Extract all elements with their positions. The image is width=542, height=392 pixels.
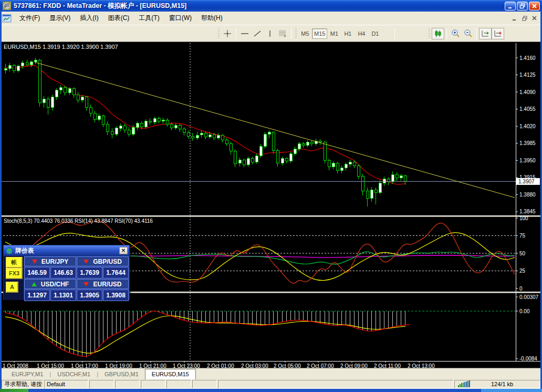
chart-window-icon xyxy=(2,14,12,23)
quote-close-icon[interactable]: ✕ xyxy=(119,247,128,254)
svg-text:1.3845: 1.3845 xyxy=(519,209,536,214)
menu-window[interactable]: 窗口(W) xyxy=(164,12,196,25)
system-tray-fragment xyxy=(481,389,542,392)
title-bar: 5737861: FXDD - MetaTrader - 模拟帐户 - [EUR… xyxy=(0,0,542,12)
quote-grid: EUR/JPY GBP/USD 146.59 146.63 1.7639 1.7… xyxy=(24,256,129,300)
svg-text:2 Oct 13:00: 2 Oct 13:00 xyxy=(408,363,435,368)
timeframe-m1-button[interactable]: M1 xyxy=(327,28,341,39)
trendline-icon[interactable] xyxy=(251,28,264,39)
candlestick-chart-icon[interactable] xyxy=(432,28,444,39)
zoom-in-icon[interactable] xyxy=(449,28,462,39)
connection-signal-icon xyxy=(458,381,470,387)
price-chart[interactable]: 1.41601.41251.40901.40551.40201.39851.39… xyxy=(1,42,541,368)
taskbar-sliver[interactable] xyxy=(0,389,542,392)
pair-header-gbpusd[interactable]: GBP/USD xyxy=(77,256,129,266)
side-button-account[interactable]: 帐 xyxy=(6,257,23,268)
tab-eurjpy-m1[interactable]: EURJPY,M1 xyxy=(5,369,49,379)
pair-name: USD/CHF xyxy=(41,281,69,288)
timeframe-d1-button[interactable]: D1 xyxy=(368,28,382,39)
bid-price: 1.3905 xyxy=(77,290,102,301)
tab-gbpusd-m1[interactable]: GBPUSD,M1 xyxy=(98,369,145,379)
svg-text:F: F xyxy=(284,35,286,38)
bid-price: 1.1297 xyxy=(24,290,50,301)
ask-price: 146.63 xyxy=(50,267,76,278)
svg-text:1.3907: 1.3907 xyxy=(518,179,535,184)
quote-board-window[interactable]: 牌价表 ✕ 帐 FX3 A EUR/JPY GBP/USD 146.59 146… xyxy=(3,245,130,300)
menu-tools[interactable]: 工具(T) xyxy=(134,12,164,25)
menu-insert[interactable]: 插入(I) xyxy=(75,12,103,25)
timeframe-h4-button[interactable]: H4 xyxy=(355,28,368,39)
svg-text:50: 50 xyxy=(519,251,526,256)
chart-autoscroll-icon[interactable] xyxy=(492,28,504,39)
restore-button[interactable] xyxy=(517,2,528,11)
tab-usdchf-m1[interactable]: USDCHF,M1 xyxy=(51,369,97,379)
pair-prices-usdchf: 1.1297 1.1301 xyxy=(24,290,76,301)
menu-file[interactable]: 文件(F) xyxy=(15,12,45,25)
status-empty-cell xyxy=(218,380,453,388)
minimize-button[interactable] xyxy=(505,2,516,11)
menu-bar: 文件(F) 显示(V) 插入(I) 图表(C) 工具(T) 窗口(W) 帮助(H… xyxy=(0,12,542,25)
chart-area[interactable]: 1.41601.41251.40901.40551.40201.39851.39… xyxy=(1,42,541,368)
chart-shift-icon[interactable] xyxy=(479,28,492,39)
svg-text:0.00307: 0.00307 xyxy=(519,294,539,300)
svg-text:1.4090: 1.4090 xyxy=(519,89,536,95)
vertical-line-icon[interactable] xyxy=(264,28,276,39)
svg-text:25: 25 xyxy=(519,268,526,274)
quote-board-titlebar[interactable]: 牌价表 ✕ xyxy=(4,245,129,256)
status-empty-cell xyxy=(166,380,191,388)
bid-price: 1.7639 xyxy=(77,267,102,278)
status-profile[interactable]: Default xyxy=(44,380,88,388)
svg-text:0.00: 0.00 xyxy=(519,308,530,314)
menu-charts[interactable]: 图表(C) xyxy=(103,12,134,25)
quote-side-buttons: 帐 FX3 A xyxy=(4,256,24,300)
svg-text:1 Oct 15:00: 1 Oct 15:00 xyxy=(37,363,64,368)
svg-text:-0.0084: -0.0084 xyxy=(519,356,537,362)
svg-text:1 Oct 19:00: 1 Oct 19:00 xyxy=(105,363,132,368)
svg-text:1.4020: 1.4020 xyxy=(519,123,536,129)
toolbar-grip[interactable] xyxy=(429,28,430,39)
status-empty-cell xyxy=(115,380,140,388)
svg-text:1.3950: 1.3950 xyxy=(519,158,536,163)
start-button-fragment[interactable] xyxy=(0,389,28,392)
side-button-a[interactable]: A xyxy=(6,282,18,293)
status-empty-cell xyxy=(89,380,114,388)
mdi-close-button[interactable] xyxy=(530,14,539,22)
svg-text:1.4160: 1.4160 xyxy=(519,55,536,61)
close-button[interactable] xyxy=(529,2,540,11)
pair-prices-gbpusd: 1.7639 1.7644 xyxy=(77,267,129,278)
svg-text:2 Oct 09:00: 2 Oct 09:00 xyxy=(340,363,368,368)
svg-text:75: 75 xyxy=(519,233,526,239)
svg-text:1 Oct 2008: 1 Oct 2008 xyxy=(3,363,28,368)
svg-text:2 Oct 07:00: 2 Oct 07:00 xyxy=(307,363,334,368)
status-empty-cell xyxy=(192,380,217,388)
bid-price: 146.59 xyxy=(24,267,50,278)
horizontal-line-icon[interactable] xyxy=(238,28,251,39)
zoom-out-icon[interactable] xyxy=(462,28,474,39)
svg-text:2 Oct 01:00: 2 Oct 01:00 xyxy=(207,363,234,368)
fibonacci-icon[interactable]: F xyxy=(276,28,289,39)
timeframe-m15-button[interactable]: M15 xyxy=(312,28,327,39)
chart-tab-bar: EURJPY,M1 | USDCHF,M1 | GBPUSD,M1 EURUSD… xyxy=(0,368,542,379)
timeframe-h1-button[interactable]: H1 xyxy=(341,28,355,39)
pair-header-eurjpy[interactable]: EUR/JPY xyxy=(24,256,76,266)
toolbar-grip[interactable] xyxy=(295,28,297,39)
tab-eurusd-m15[interactable]: EURUSD,M15 xyxy=(145,369,196,380)
status-help-text: 寻求帮助, 请按F1键 xyxy=(2,380,43,388)
mdi-minimize-button[interactable] xyxy=(510,14,519,22)
svg-text:EURUSD,M15 1.3919 1.3920 1.39: EURUSD,M15 1.3919 1.3920 1.3900 1.3907 xyxy=(4,44,118,50)
side-button-fx3[interactable]: FX3 xyxy=(6,268,23,279)
svg-text:1.4125: 1.4125 xyxy=(519,72,536,78)
pair-header-usdchf[interactable]: USD/CHF xyxy=(24,279,76,289)
crosshair-icon[interactable] xyxy=(221,28,234,39)
timeframe-m5-button[interactable]: M5 xyxy=(298,28,312,39)
menu-help[interactable]: 帮助(H) xyxy=(196,12,227,25)
menu-view[interactable]: 显示(V) xyxy=(45,12,75,25)
pair-header-eurusd[interactable]: EUR/USD xyxy=(77,279,129,289)
status-bar: 寻求帮助, 请按F1键 Default 124/1 kb xyxy=(0,379,542,389)
toolbar-grip[interactable] xyxy=(218,28,220,39)
pair-prices-eurusd: 1.3905 1.3908 xyxy=(77,290,129,301)
mdi-restore-button[interactable] xyxy=(520,14,529,22)
ask-price: 1.3908 xyxy=(103,290,129,301)
svg-text:1.3880: 1.3880 xyxy=(519,192,536,198)
status-connection: 124/1 kb xyxy=(454,380,540,388)
